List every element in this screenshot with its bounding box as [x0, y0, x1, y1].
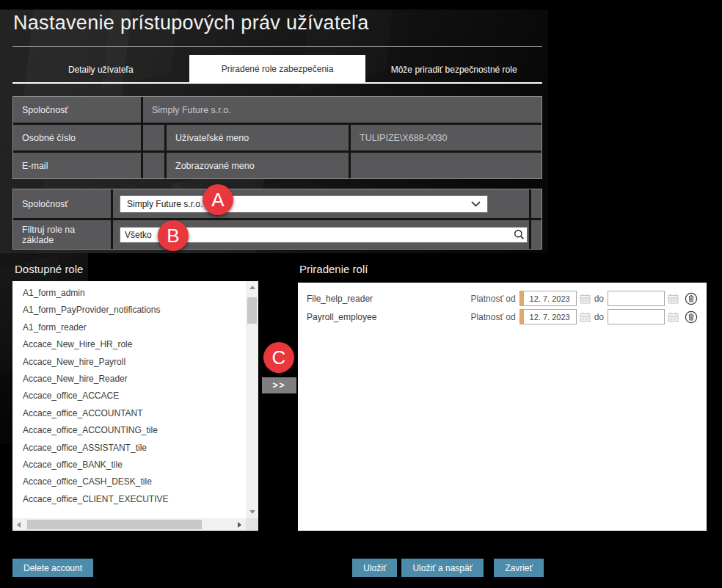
available-roles-heading: Dostupné role	[15, 263, 83, 275]
valid-to-field	[608, 309, 665, 324]
delete-account-button[interactable]: Delete account	[12, 559, 93, 577]
tab-bar: Detaily užívateľa Priradené role zabezpe…	[12, 55, 542, 82]
filter-right-strip	[531, 189, 542, 218]
valid-to-label: do	[594, 294, 604, 304]
search-icon[interactable]	[511, 229, 527, 240]
email-value	[143, 153, 164, 178]
role-filter-section: Spoločnosť Simply Future s.r.o. Filtruj …	[12, 189, 542, 250]
role-list-item[interactable]: A1_form_admin	[12, 285, 246, 302]
scroll-left-icon[interactable]	[12, 518, 25, 531]
trash-icon[interactable]	[685, 292, 698, 305]
close-button[interactable]: Zavrieť	[494, 559, 544, 577]
page-title: Nastavenie prístupových práv užívateľa	[13, 12, 369, 35]
calendar-icon[interactable]	[668, 312, 679, 322]
display-name-value	[351, 153, 542, 178]
available-roles-panel: A1_form_admin A1_form_PayProvider_notifi…	[12, 281, 258, 531]
horizontal-scrollbar-thumb[interactable]	[27, 520, 202, 529]
valid-from-field	[519, 291, 577, 306]
username-value: TULIPIZE\X688-0030	[351, 125, 542, 150]
valid-from-field	[519, 309, 577, 324]
role-list-item[interactable]: Accace_New_hire_Reader	[12, 371, 246, 388]
company-dropdown[interactable]: Simply Future s.r.o.	[120, 195, 488, 213]
company-label: Spoločnosť	[13, 97, 141, 123]
scroll-right-icon[interactable]	[233, 518, 246, 531]
assigned-role-row: Payroll_employee Platnosť od do	[298, 308, 707, 326]
role-list-item[interactable]: Accace_New_Hire_HR_role	[12, 336, 246, 353]
email-label: E-mail	[13, 153, 141, 178]
assigned-roles-heading: Priradenie rolí	[299, 263, 368, 275]
role-list-item[interactable]: Accace_office_ACCACE	[12, 388, 246, 404]
valid-to-field	[608, 291, 665, 306]
title-divider	[12, 46, 542, 47]
filter-right-strip-2	[531, 220, 542, 249]
filter-roles-label: Filtruj role na základe	[13, 220, 111, 249]
personal-number-label: Osobné číslo	[13, 125, 141, 150]
valid-from-input[interactable]	[524, 310, 576, 324]
annotation-badge-a: A	[203, 184, 233, 215]
assigned-role-row: File_help_reader Platnosť od do	[298, 289, 707, 308]
valid-from-label: Platnosť od	[470, 294, 515, 304]
role-list-item[interactable]: Accace_office_BANK_tile	[12, 457, 246, 473]
annotation-badge-b: B	[158, 220, 189, 251]
tab-underline	[12, 82, 542, 84]
save-button[interactable]: Uložiť	[352, 559, 397, 577]
role-list-item[interactable]: Accace_New_hire_Payroll	[12, 354, 246, 371]
role-list-item[interactable]: Accace_office_ACCOUNTANT	[12, 405, 246, 422]
scroll-down-icon[interactable]	[246, 506, 258, 518]
tab-can-assign-security-roles[interactable]: Môže priradiť bezpečnostné role	[365, 57, 542, 82]
role-list-item[interactable]: A1_form_PayProvider_notifications	[12, 302, 246, 319]
valid-to-input[interactable]	[608, 310, 664, 324]
calendar-icon[interactable]	[580, 294, 591, 304]
role-list-item[interactable]: Accace_office_ASSISTANT_tile	[12, 440, 246, 457]
user-details-table: Spoločnosť Simply Future s.r.o. Osobné č…	[12, 96, 542, 179]
tab-assigned-security-roles[interactable]: Priradené role zabezpečenia	[189, 55, 366, 82]
vertical-scrollbar-thumb[interactable]	[247, 297, 257, 324]
valid-to-input[interactable]	[608, 291, 664, 305]
valid-from-label: Platnosť od	[470, 312, 515, 322]
user-access-rights-page: Nastavenie prístupových práv užívateľa D…	[0, 0, 722, 588]
role-list-item[interactable]: Accace_office_CLIENT_EXECUTIVE	[12, 491, 246, 508]
valid-from-input[interactable]	[524, 291, 576, 305]
company-value: Simply Future s.r.o.	[143, 97, 542, 123]
scroll-up-icon[interactable]	[246, 281, 258, 294]
available-roles-list: A1_form_admin A1_form_PayProvider_notifi…	[12, 281, 246, 518]
role-list-item[interactable]: A1_form_reader	[12, 319, 246, 336]
trash-icon[interactable]	[685, 311, 698, 324]
display-name-label: Zobrazované meno	[167, 153, 349, 178]
scrollbar-corner	[246, 518, 258, 531]
company-dropdown-value: Simply Future s.r.o.	[127, 199, 203, 209]
role-list-item[interactable]: Accace_office_ACCOUNTING_tile	[12, 422, 246, 439]
move-role-right-button[interactable]: >>	[262, 377, 296, 393]
assigned-roles-panel: File_help_reader Platnosť od do Payroll_	[298, 283, 707, 531]
vertical-scrollbar[interactable]	[246, 281, 258, 518]
username-label: Užívateľské meno	[167, 125, 349, 150]
valid-to-label: do	[594, 312, 604, 322]
personal-number-value	[143, 125, 164, 150]
assigned-role-name: Payroll_employee	[307, 312, 376, 322]
annotation-badge-c: C	[263, 342, 294, 373]
filter-company-label: Spoločnosť	[13, 189, 111, 218]
footer-button-group: Uložiť Uložiť a naspäť Zavrieť	[352, 559, 544, 577]
assigned-role-name: File_help_reader	[307, 294, 373, 304]
tab-user-details[interactable]: Detaily užívateľa	[12, 57, 189, 82]
save-and-back-button[interactable]: Uložiť a naspäť	[401, 559, 484, 577]
calendar-icon[interactable]	[580, 312, 591, 322]
chevron-down-icon	[471, 199, 481, 209]
role-list-item[interactable]: Accace_office_CASH_DESK_tile	[12, 473, 246, 490]
horizontal-scrollbar[interactable]	[12, 518, 246, 531]
calendar-icon[interactable]	[668, 294, 679, 304]
